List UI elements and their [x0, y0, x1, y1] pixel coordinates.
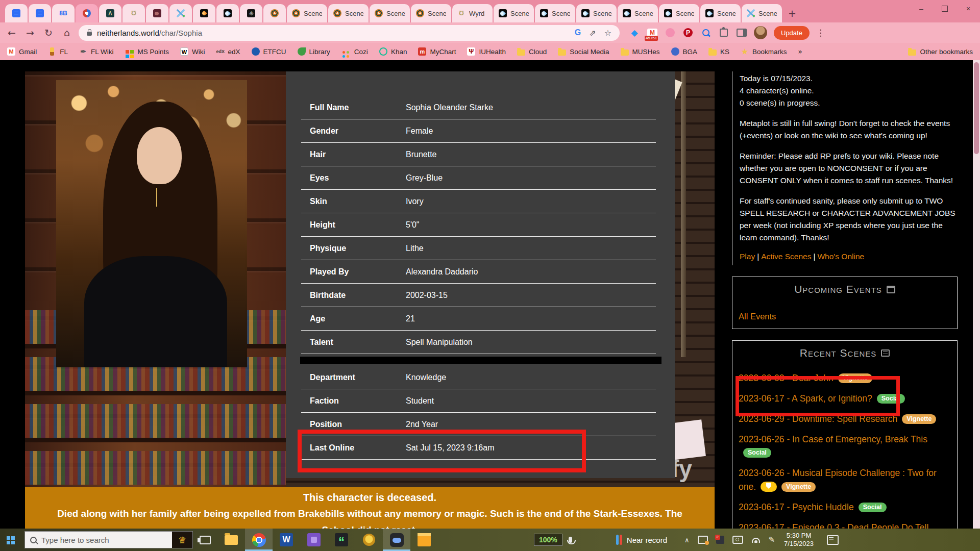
bookmark-wiki[interactable]: WWiki [180, 47, 205, 56]
microphone-icon[interactable] [569, 537, 572, 543]
bookmark-cloud[interactable]: Cloud [517, 48, 547, 56]
extensions-puzzle-icon[interactable] [718, 27, 729, 38]
side-panel-icon[interactable] [736, 27, 747, 38]
google-icon[interactable]: G [575, 28, 581, 37]
close-button[interactable]: × [957, 0, 980, 17]
camera-tray-icon[interactable] [732, 536, 743, 544]
badged-app-tray-icon[interactable] [716, 536, 724, 544]
tab-lambda[interactable]: Λ [99, 4, 121, 22]
forward-button[interactable]: → [23, 27, 37, 38]
tab-scene[interactable]: Scene [700, 4, 741, 22]
tab-scene[interactable]: Scene [411, 4, 451, 22]
sidebar-link-who-s-online[interactable]: Who's Online [817, 252, 864, 261]
tab-scene[interactable]: Scene [618, 4, 658, 22]
tab-scene[interactable]: Scene [370, 4, 410, 22]
pink-extension-icon[interactable] [665, 27, 676, 38]
field-label: Hair [301, 150, 406, 159]
tab-shield-bird[interactable] [76, 4, 98, 22]
search-highlight-image[interactable]: ♛ [172, 532, 192, 548]
other-bookmarks-button[interactable]: Other bookmarks [908, 48, 973, 56]
sticky-notes-button[interactable] [410, 529, 438, 551]
tab-scene[interactable]: Scene [328, 4, 369, 22]
medal-app-button[interactable] [355, 529, 383, 551]
bookmark-edx[interactable]: edXedX [216, 47, 240, 56]
tray-chevron-icon[interactable]: ∧ [684, 536, 690, 544]
bookmark-fl[interactable]: FL [48, 47, 68, 56]
maximize-button[interactable] [933, 0, 957, 17]
back-button[interactable]: ← [5, 27, 18, 38]
scrollbar-thumb[interactable] [974, 62, 979, 154]
bookmark-social-media[interactable]: Social Media [558, 48, 609, 56]
reload-button[interactable]: ↻ [42, 27, 55, 38]
word-icon: W [280, 533, 293, 546]
tab-scene[interactable]: Scene [742, 4, 782, 22]
task-view-button[interactable] [193, 529, 217, 551]
bookmark-ks[interactable]: KS [708, 48, 729, 56]
taskbar-search-box[interactable]: Type here to search ♛ [24, 531, 193, 548]
address-bar[interactable]: neitherlands.world/char/Sophia G ⇗ ☆ [79, 25, 620, 41]
screen-share-tray-icon[interactable] [698, 536, 708, 544]
word-button[interactable]: W [273, 529, 300, 551]
wifi-tray-icon[interactable] [751, 537, 761, 543]
tab-docs[interactable] [29, 4, 51, 22]
bookmark-mushes[interactable]: MUSHes [621, 48, 660, 56]
minimize-button[interactable]: – [910, 0, 933, 17]
tab-fire-comet[interactable] [193, 4, 215, 22]
gmail-extension-icon[interactable]: M 45751 [647, 27, 658, 38]
share-icon[interactable]: ⇗ [589, 28, 596, 38]
quotes-app-button[interactable]: “ [328, 529, 355, 551]
tab-blue-comet[interactable] [216, 4, 239, 22]
bookmark-bookmarks[interactable]: ★Bookmarks [741, 47, 787, 56]
bookmark-fl-wiki[interactable]: ✒FL Wiki [79, 47, 114, 56]
tab-scene[interactable]: Scene [494, 4, 534, 22]
notification-center-button[interactable] [827, 535, 839, 545]
tab-laurel[interactable]: Ʊ [122, 4, 145, 22]
scene-link[interactable]: 2023-06-26 - In Case of Emergency, Break… [739, 434, 927, 444]
bookmark-bga[interactable]: BGA [671, 47, 698, 56]
weather-widget[interactable]: Near record [616, 535, 667, 545]
tab-eye[interactable] [263, 4, 286, 22]
tab-scene[interactable]: Scene [287, 4, 327, 22]
discord-button[interactable] [383, 529, 410, 551]
bookmark-ms-points[interactable]: MS Points [125, 48, 169, 56]
profile-avatar[interactable] [754, 26, 767, 39]
pen-tray-icon[interactable]: ✎ [769, 535, 775, 544]
gem-extension-icon[interactable]: ◆ [629, 27, 640, 38]
bookmark-cozi[interactable]: Cozi [341, 48, 368, 56]
scene-link[interactable]: 2023-06-17 - Episode 0.3 - Dead People D… [739, 522, 928, 529]
new-tab-button[interactable]: + [785, 6, 799, 20]
bookmarks-overflow-chevron[interactable]: » [798, 47, 802, 56]
tab-snowflake[interactable]: ✳ [240, 4, 262, 22]
sidebar-link-active-scenes[interactable]: Active Scenes [761, 252, 811, 261]
bookmark-iuhealth[interactable]: ΨIUHealth [467, 47, 506, 56]
tab-scene[interactable]: Scene [659, 4, 699, 22]
pinterest-extension-icon[interactable]: P [682, 27, 694, 38]
scene-link[interactable]: 2023-06-17 - Psychic Huddle [739, 502, 854, 512]
start-button[interactable] [0, 529, 24, 551]
bookmark-khan[interactable]: Khan [379, 47, 407, 56]
home-button[interactable]: ⌂ [60, 27, 74, 38]
tab-scene[interactable]: Scene [576, 4, 617, 22]
all-events-link[interactable]: All Events [739, 312, 951, 321]
tab-scene[interactable]: Scene [535, 4, 575, 22]
taskbar-clock[interactable]: 5:30 PM 7/15/2023 [784, 532, 814, 548]
tab-bb-logo[interactable]: 8B [52, 4, 75, 22]
bookmark-gmail[interactable]: MGmail [7, 47, 37, 56]
bookmark-etfcu[interactable]: ETFCU [252, 47, 286, 56]
tab-maroon[interactable] [146, 4, 168, 22]
browser-menu-icon[interactable]: ⋮ [816, 28, 825, 38]
tab-satellite[interactable] [169, 4, 192, 22]
search-extension-icon[interactable] [700, 27, 712, 38]
tab-wyrd[interactable]: ƱWyrd [452, 4, 493, 22]
file-explorer-button[interactable] [217, 529, 245, 551]
purple-app-button[interactable] [300, 529, 328, 551]
page-scrollbar[interactable] [973, 60, 980, 529]
bookmark-mychart[interactable]: mMyChart [418, 47, 456, 56]
bookmark-star-icon[interactable]: ☆ [604, 28, 611, 38]
bookmark-library[interactable]: Library [298, 47, 330, 56]
chrome-button[interactable] [245, 529, 273, 551]
battery-percent-widget[interactable]: 100% [534, 534, 562, 546]
chrome-update-button[interactable]: Update [774, 26, 810, 40]
tab-docs[interactable] [5, 4, 28, 22]
sidebar-link-play[interactable]: Play [740, 252, 755, 261]
